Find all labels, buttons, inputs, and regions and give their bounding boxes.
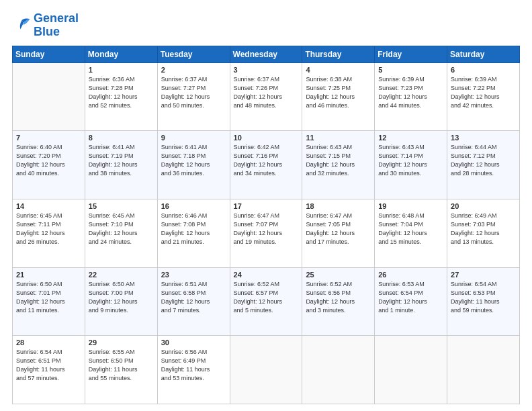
logo-text2: Blue <box>34 26 79 39</box>
calendar-cell: 2Sunrise: 6:37 AM Sunset: 7:27 PM Daylig… <box>157 62 230 131</box>
calendar-week-row: 7Sunrise: 6:40 AM Sunset: 7:20 PM Daylig… <box>13 131 520 199</box>
day-info: Sunrise: 6:52 AM Sunset: 6:56 PM Dayligh… <box>306 280 371 315</box>
day-info: Sunrise: 6:45 AM Sunset: 7:11 PM Dayligh… <box>16 212 82 246</box>
calendar-week-row: 1Sunrise: 6:36 AM Sunset: 7:28 PM Daylig… <box>13 62 520 131</box>
day-number: 6 <box>451 66 517 74</box>
day-info: Sunrise: 6:41 AM Sunset: 7:19 PM Dayligh… <box>89 143 154 178</box>
day-number: 28 <box>16 338 82 347</box>
calendar-cell: 8Sunrise: 6:41 AM Sunset: 7:19 PM Daylig… <box>85 131 157 199</box>
day-number: 24 <box>234 271 300 279</box>
calendar-cell: 23Sunrise: 6:51 AM Sunset: 6:58 PM Dayli… <box>157 267 230 336</box>
day-number: 14 <box>16 202 82 210</box>
calendar-cell: 1Sunrise: 6:36 AM Sunset: 7:28 PM Daylig… <box>85 62 157 131</box>
weekday-header-wednesday: Wednesday <box>230 46 302 62</box>
page: General Blue SundayMondayTuesdayWednesda… <box>0 0 532 411</box>
weekday-header-sunday: Sunday <box>13 46 85 62</box>
day-info: Sunrise: 6:55 AM Sunset: 6:50 PM Dayligh… <box>89 348 154 383</box>
day-number: 29 <box>89 338 154 347</box>
logo-text: General <box>34 12 79 26</box>
calendar-cell: 17Sunrise: 6:47 AM Sunset: 7:07 PM Dayli… <box>230 199 302 267</box>
calendar-cell: 27Sunrise: 6:54 AM Sunset: 6:53 PM Dayli… <box>447 267 520 336</box>
day-number: 30 <box>161 338 227 347</box>
calendar-cell: 7Sunrise: 6:40 AM Sunset: 7:20 PM Daylig… <box>13 131 85 199</box>
day-number: 8 <box>89 134 154 142</box>
calendar-cell: 15Sunrise: 6:45 AM Sunset: 7:10 PM Dayli… <box>85 199 157 267</box>
day-info: Sunrise: 6:39 AM Sunset: 7:22 PM Dayligh… <box>451 75 517 110</box>
weekday-header-thursday: Thursday <box>302 46 375 62</box>
day-info: Sunrise: 6:44 AM Sunset: 7:12 PM Dayligh… <box>451 143 517 178</box>
day-info: Sunrise: 6:43 AM Sunset: 7:15 PM Dayligh… <box>306 143 371 178</box>
day-number: 7 <box>16 134 82 142</box>
weekday-header-row: SundayMondayTuesdayWednesdayThursdayFrid… <box>13 46 520 62</box>
day-info: Sunrise: 6:52 AM Sunset: 6:57 PM Dayligh… <box>234 280 300 315</box>
calendar-cell: 3Sunrise: 6:37 AM Sunset: 7:26 PM Daylig… <box>230 62 302 131</box>
calendar-cell: 30Sunrise: 6:56 AM Sunset: 6:49 PM Dayli… <box>157 336 230 404</box>
calendar-cell: 16Sunrise: 6:46 AM Sunset: 7:08 PM Dayli… <box>157 199 230 267</box>
day-number: 20 <box>451 202 517 210</box>
day-number: 12 <box>378 134 444 142</box>
day-info: Sunrise: 6:46 AM Sunset: 7:08 PM Dayligh… <box>161 212 227 246</box>
day-number: 25 <box>306 271 371 279</box>
calendar-cell: 13Sunrise: 6:44 AM Sunset: 7:12 PM Dayli… <box>447 131 520 199</box>
calendar-cell <box>230 336 302 404</box>
calendar-cell: 6Sunrise: 6:39 AM Sunset: 7:22 PM Daylig… <box>447 62 520 131</box>
calendar-cell: 29Sunrise: 6:55 AM Sunset: 6:50 PM Dayli… <box>85 336 157 404</box>
day-info: Sunrise: 6:49 AM Sunset: 7:03 PM Dayligh… <box>451 212 517 246</box>
day-info: Sunrise: 6:37 AM Sunset: 7:27 PM Dayligh… <box>161 75 227 110</box>
calendar-cell: 28Sunrise: 6:54 AM Sunset: 6:51 PM Dayli… <box>13 336 85 404</box>
calendar-cell: 19Sunrise: 6:48 AM Sunset: 7:04 PM Dayli… <box>375 199 447 267</box>
day-info: Sunrise: 6:47 AM Sunset: 7:07 PM Dayligh… <box>234 212 300 246</box>
calendar-cell: 21Sunrise: 6:50 AM Sunset: 7:01 PM Dayli… <box>13 267 85 336</box>
day-info: Sunrise: 6:48 AM Sunset: 7:04 PM Dayligh… <box>378 212 444 246</box>
day-info: Sunrise: 6:37 AM Sunset: 7:26 PM Dayligh… <box>234 75 300 110</box>
calendar-cell: 25Sunrise: 6:52 AM Sunset: 6:56 PM Dayli… <box>302 267 375 336</box>
weekday-header-tuesday: Tuesday <box>157 46 230 62</box>
logo-bird-icon <box>12 17 31 34</box>
day-number: 3 <box>234 66 300 74</box>
day-info: Sunrise: 6:47 AM Sunset: 7:05 PM Dayligh… <box>306 212 371 246</box>
calendar-cell <box>375 336 447 404</box>
day-info: Sunrise: 6:50 AM Sunset: 7:01 PM Dayligh… <box>16 280 82 315</box>
day-number: 27 <box>451 271 517 279</box>
day-number: 26 <box>378 271 444 279</box>
day-number: 18 <box>306 202 371 210</box>
weekday-header-friday: Friday <box>375 46 447 62</box>
day-number: 5 <box>378 66 444 74</box>
calendar-cell: 26Sunrise: 6:53 AM Sunset: 6:54 PM Dayli… <box>375 267 447 336</box>
day-number: 10 <box>234 134 300 142</box>
calendar-week-row: 14Sunrise: 6:45 AM Sunset: 7:11 PM Dayli… <box>13 199 520 267</box>
calendar-cell: 20Sunrise: 6:49 AM Sunset: 7:03 PM Dayli… <box>447 199 520 267</box>
day-info: Sunrise: 6:56 AM Sunset: 6:49 PM Dayligh… <box>161 348 227 383</box>
day-info: Sunrise: 6:54 AM Sunset: 6:51 PM Dayligh… <box>16 348 82 383</box>
calendar-cell: 4Sunrise: 6:38 AM Sunset: 7:25 PM Daylig… <box>302 62 375 131</box>
calendar-cell: 9Sunrise: 6:41 AM Sunset: 7:18 PM Daylig… <box>157 131 230 199</box>
calendar-cell: 12Sunrise: 6:43 AM Sunset: 7:14 PM Dayli… <box>375 131 447 199</box>
day-number: 1 <box>89 66 154 74</box>
day-number: 22 <box>89 271 154 279</box>
day-number: 13 <box>451 134 517 142</box>
calendar-cell <box>447 336 520 404</box>
weekday-header-monday: Monday <box>85 46 157 62</box>
day-number: 16 <box>161 202 227 210</box>
day-info: Sunrise: 6:53 AM Sunset: 6:54 PM Dayligh… <box>378 280 444 315</box>
calendar-cell: 18Sunrise: 6:47 AM Sunset: 7:05 PM Dayli… <box>302 199 375 267</box>
weekday-header-saturday: Saturday <box>447 46 520 62</box>
calendar-cell: 22Sunrise: 6:50 AM Sunset: 7:00 PM Dayli… <box>85 267 157 336</box>
day-info: Sunrise: 6:41 AM Sunset: 7:18 PM Dayligh… <box>161 143 227 178</box>
calendar-week-row: 28Sunrise: 6:54 AM Sunset: 6:51 PM Dayli… <box>13 336 520 404</box>
day-number: 17 <box>234 202 300 210</box>
day-number: 9 <box>161 134 227 142</box>
calendar-table: SundayMondayTuesdayWednesdayThursdayFrid… <box>12 46 520 404</box>
day-number: 4 <box>306 66 371 74</box>
day-number: 21 <box>16 271 82 279</box>
logo: General Blue <box>12 12 79 39</box>
day-info: Sunrise: 6:39 AM Sunset: 7:23 PM Dayligh… <box>378 75 444 110</box>
day-number: 11 <box>306 134 371 142</box>
header: General Blue <box>12 12 520 39</box>
calendar-cell: 11Sunrise: 6:43 AM Sunset: 7:15 PM Dayli… <box>302 131 375 199</box>
calendar-cell: 24Sunrise: 6:52 AM Sunset: 6:57 PM Dayli… <box>230 267 302 336</box>
calendar-cell: 14Sunrise: 6:45 AM Sunset: 7:11 PM Dayli… <box>13 199 85 267</box>
day-info: Sunrise: 6:51 AM Sunset: 6:58 PM Dayligh… <box>161 280 227 315</box>
day-info: Sunrise: 6:38 AM Sunset: 7:25 PM Dayligh… <box>306 75 371 110</box>
calendar-cell: 10Sunrise: 6:42 AM Sunset: 7:16 PM Dayli… <box>230 131 302 199</box>
